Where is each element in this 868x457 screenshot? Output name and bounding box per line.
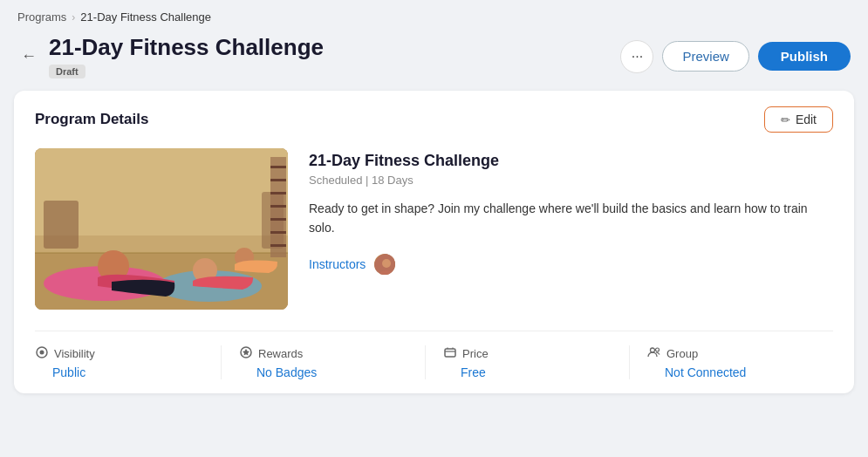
page-title: 21-Day Fitness Challenge (49, 34, 324, 61)
edit-pencil-icon: ✏ (781, 113, 790, 126)
svg-rect-15 (270, 205, 286, 208)
main-card: Program Details ✏ Edit (14, 91, 854, 393)
program-name: 21-Day Fitness Challenge (309, 152, 833, 170)
breadcrumb-parent[interactable]: Programs (17, 10, 66, 24)
svg-point-26 (651, 348, 655, 352)
svg-rect-12 (270, 166, 286, 168)
visibility-value[interactable]: Public (35, 365, 203, 379)
breadcrumb-separator: › (72, 11, 75, 24)
publish-button[interactable]: Publish (758, 42, 851, 71)
group-label: Group (666, 347, 698, 360)
more-options-button[interactable]: ··· (620, 40, 653, 73)
svg-rect-16 (270, 218, 286, 221)
dots-icon: ··· (632, 49, 643, 65)
back-arrow-icon[interactable]: ← (17, 44, 40, 69)
svg-rect-9 (44, 201, 79, 249)
svg-point-20 (382, 259, 391, 268)
footer-stats: Visibility Public Rewards No Badges (14, 331, 854, 393)
svg-point-23 (40, 351, 44, 355)
header-left: ← 21-Day Fitness Challenge Draft (17, 34, 324, 78)
program-info: 21-Day Fitness Challenge Scheduled | 18 … (14, 148, 854, 331)
title-block: 21-Day Fitness Challenge Draft (49, 34, 324, 78)
program-description: Ready to get in shape? Join my challenge… (309, 199, 833, 238)
section-header: Program Details ✏ Edit (14, 91, 854, 148)
svg-rect-13 (270, 179, 286, 181)
stat-visibility: Visibility Public (35, 345, 222, 379)
edit-button[interactable]: ✏ Edit (764, 106, 833, 133)
svg-rect-18 (270, 244, 286, 247)
breadcrumb-current: 21-Day Fitness Challenge (80, 10, 211, 24)
rewards-icon (239, 345, 253, 362)
program-image (35, 148, 288, 310)
stat-rewards: Rewards No Badges (239, 345, 426, 379)
breadcrumb-nav: Programs › 21-Day Fitness Challenge (0, 0, 868, 29)
instructors-row: Instructors (309, 252, 833, 276)
price-label: Price (462, 347, 489, 360)
price-icon (443, 345, 457, 362)
header-right: ··· Preview Publish (620, 40, 851, 73)
visibility-icon (35, 345, 49, 362)
group-value[interactable]: Not Connected (647, 365, 816, 379)
price-value[interactable]: Free (443, 365, 612, 379)
stat-price: Price Free (443, 345, 630, 379)
svg-rect-14 (270, 192, 286, 194)
program-details-text: 21-Day Fitness Challenge Scheduled | 18 … (309, 148, 833, 276)
edit-label: Edit (796, 113, 817, 126)
section-title: Program Details (35, 111, 148, 128)
svg-rect-17 (270, 231, 286, 234)
group-icon (647, 345, 661, 362)
svg-rect-25 (445, 349, 455, 357)
instructors-label[interactable]: Instructors (309, 257, 366, 271)
stat-group: Group Not Connected (647, 345, 833, 379)
instructor-avatar (372, 252, 397, 276)
rewards-label: Rewards (258, 347, 303, 360)
page-header: ← 21-Day Fitness Challenge Draft ··· Pre… (0, 29, 868, 91)
rewards-value[interactable]: No Badges (239, 365, 407, 379)
svg-point-27 (656, 348, 660, 351)
preview-button[interactable]: Preview (662, 41, 748, 72)
program-meta: Scheduled | 18 Days (309, 174, 833, 187)
visibility-label: Visibility (54, 347, 95, 360)
draft-badge: Draft (49, 65, 85, 78)
